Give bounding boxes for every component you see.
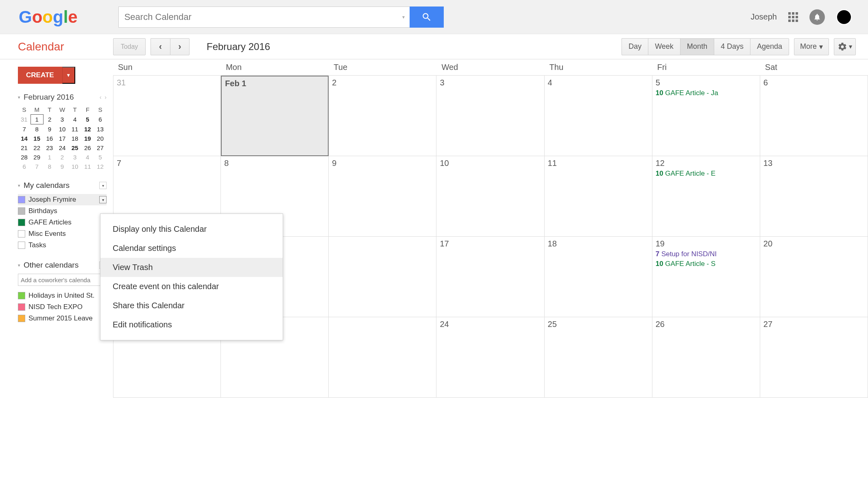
menu-item[interactable]: Calendar settings bbox=[100, 239, 283, 258]
mini-day[interactable]: 24 bbox=[56, 143, 68, 152]
google-logo[interactable]: Google bbox=[19, 7, 78, 27]
mini-day[interactable]: 6 bbox=[18, 162, 31, 171]
mini-day[interactable]: 8 bbox=[43, 162, 56, 171]
mini-day[interactable]: 1 bbox=[43, 152, 56, 162]
day-cell[interactable]: 18 bbox=[545, 237, 652, 317]
day-cell[interactable]: 20 bbox=[760, 237, 868, 317]
day-cell[interactable]: 24 bbox=[436, 317, 544, 398]
day-cell[interactable] bbox=[329, 317, 436, 398]
mini-day[interactable]: 22 bbox=[31, 143, 43, 152]
calendar-item[interactable]: Tasks bbox=[18, 240, 107, 251]
event[interactable]: 10 GAFE Article - Ja bbox=[656, 89, 757, 97]
mini-day[interactable]: 17 bbox=[56, 134, 68, 143]
mini-day[interactable]: 19 bbox=[81, 134, 94, 143]
day-cell[interactable]: 27 bbox=[760, 317, 868, 398]
calendar-item[interactable]: Summer 2015 Leave bbox=[18, 313, 107, 324]
mini-day[interactable]: 7 bbox=[31, 162, 43, 171]
create-button[interactable]: CREATE bbox=[18, 67, 62, 84]
mini-day[interactable]: 9 bbox=[56, 162, 68, 171]
collapse-icon[interactable] bbox=[18, 95, 20, 100]
view-day[interactable]: Day bbox=[622, 38, 648, 55]
search-options-dropdown[interactable] bbox=[397, 7, 410, 28]
mini-day[interactable]: 10 bbox=[69, 162, 81, 171]
prev-month-button[interactable]: ‹ bbox=[150, 38, 170, 55]
calendar-item[interactable]: GAFE Articles bbox=[18, 217, 107, 228]
today-button[interactable]: Today bbox=[113, 38, 146, 55]
menu-item[interactable]: Edit notifications bbox=[100, 315, 283, 334]
mini-day[interactable]: 18 bbox=[69, 134, 81, 143]
add-coworker-input[interactable] bbox=[18, 274, 107, 286]
mini-day[interactable]: 4 bbox=[81, 152, 94, 162]
day-cell[interactable]: 4 bbox=[545, 76, 652, 156]
calendar-item[interactable]: Holidays in United St. bbox=[18, 290, 107, 301]
mini-day[interactable]: 3 bbox=[69, 152, 81, 162]
avatar[interactable] bbox=[836, 9, 852, 25]
menu-item[interactable]: Display only this Calendar bbox=[100, 220, 283, 239]
day-cell[interactable]: 3 bbox=[436, 76, 544, 156]
calendar-title[interactable]: Calendar bbox=[0, 40, 113, 53]
day-cell[interactable]: 17 bbox=[436, 237, 544, 317]
day-cell[interactable]: 13 bbox=[760, 156, 868, 237]
day-cell[interactable]: Feb 1 bbox=[221, 76, 329, 156]
mini-day[interactable]: 1 bbox=[31, 115, 43, 124]
day-cell[interactable]: 31 bbox=[113, 76, 221, 156]
notifications-button[interactable] bbox=[809, 9, 825, 25]
mini-day[interactable]: 3 bbox=[56, 115, 68, 124]
mini-day[interactable]: 28 bbox=[18, 152, 31, 162]
mini-day[interactable]: 12 bbox=[81, 124, 94, 134]
mini-day[interactable]: 29 bbox=[31, 152, 43, 162]
section-dropdown[interactable] bbox=[99, 182, 107, 189]
mini-day[interactable]: 25 bbox=[69, 143, 81, 152]
mini-day[interactable]: 2 bbox=[56, 152, 68, 162]
search-button[interactable] bbox=[410, 7, 444, 28]
my-calendars-header[interactable]: My calendars bbox=[18, 181, 107, 190]
day-cell[interactable]: 1210 GAFE Article - E bbox=[652, 156, 760, 237]
day-cell[interactable]: 2 bbox=[329, 76, 436, 156]
mini-day[interactable]: 5 bbox=[81, 115, 94, 124]
view-4-days[interactable]: 4 Days bbox=[714, 38, 750, 55]
mini-day[interactable]: 4 bbox=[69, 115, 81, 124]
mini-day[interactable]: 13 bbox=[94, 124, 107, 134]
view-month[interactable]: Month bbox=[680, 38, 714, 55]
other-calendars-header[interactable]: Other calendars bbox=[18, 261, 107, 270]
event[interactable]: 7 Setup for NISD/NI bbox=[656, 250, 757, 258]
search-input[interactable] bbox=[118, 7, 397, 28]
settings-button[interactable] bbox=[834, 38, 856, 55]
mini-day[interactable]: 27 bbox=[94, 143, 107, 152]
mini-day[interactable]: 23 bbox=[43, 143, 56, 152]
day-cell[interactable]: 26 bbox=[652, 317, 760, 398]
menu-item[interactable]: View Trash bbox=[100, 258, 283, 277]
mini-prev-button[interactable]: ‹ bbox=[100, 94, 102, 100]
mini-day[interactable]: 5 bbox=[94, 152, 107, 162]
mini-day[interactable]: 6 bbox=[94, 115, 107, 124]
mini-day[interactable]: 11 bbox=[81, 162, 94, 171]
day-cell[interactable]: 197 Setup for NISD/NI10 GAFE Article - S bbox=[652, 237, 760, 317]
apps-icon[interactable] bbox=[788, 12, 798, 22]
mini-day[interactable]: 8 bbox=[31, 124, 43, 134]
mini-day[interactable]: 12 bbox=[94, 162, 107, 171]
mini-next-button[interactable]: › bbox=[105, 94, 107, 100]
day-cell[interactable]: 6 bbox=[760, 76, 868, 156]
day-cell[interactable]: 10 bbox=[436, 156, 544, 237]
event[interactable]: 10 GAFE Article - E bbox=[656, 170, 757, 178]
mini-day[interactable]: 2 bbox=[43, 115, 56, 124]
calendar-item-dropdown[interactable] bbox=[99, 196, 107, 203]
mini-day[interactable]: 16 bbox=[43, 134, 56, 143]
mini-day[interactable]: 7 bbox=[18, 124, 31, 134]
calendar-item[interactable]: NISD Tech EXPO bbox=[18, 301, 107, 313]
calendar-item[interactable]: Birthdays bbox=[18, 205, 107, 217]
mini-day[interactable]: 15 bbox=[31, 134, 43, 143]
mini-day[interactable]: 21 bbox=[18, 143, 31, 152]
create-dropdown[interactable] bbox=[62, 67, 75, 84]
day-cell[interactable] bbox=[329, 237, 436, 317]
next-month-button[interactable]: › bbox=[170, 38, 190, 55]
view-agenda[interactable]: Agenda bbox=[750, 38, 789, 55]
mini-day[interactable]: 31 bbox=[18, 115, 31, 124]
day-cell[interactable]: 11 bbox=[545, 156, 652, 237]
view-week[interactable]: Week bbox=[648, 38, 680, 55]
mini-day[interactable]: 20 bbox=[94, 134, 107, 143]
more-button[interactable]: More bbox=[794, 38, 829, 55]
mini-day[interactable]: 14 bbox=[18, 134, 31, 143]
event[interactable]: 10 GAFE Article - S bbox=[656, 260, 757, 268]
menu-item[interactable]: Share this Calendar bbox=[100, 296, 283, 315]
